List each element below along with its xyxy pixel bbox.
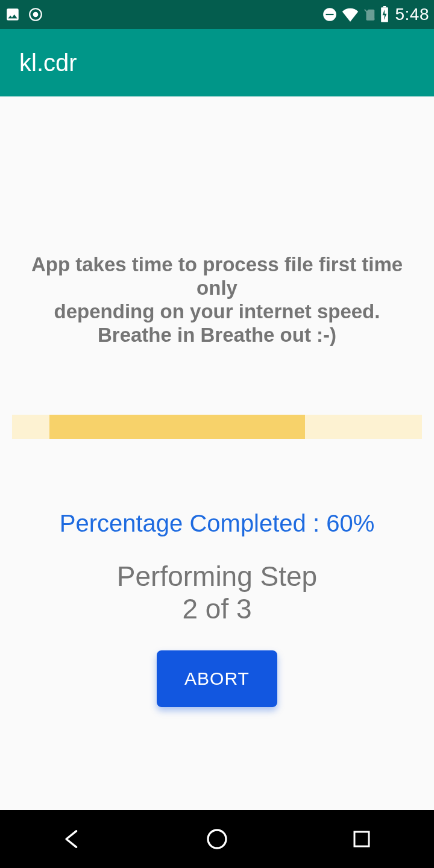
image-icon [5,7,20,22]
progress-bar [12,415,422,439]
wifi-icon [341,7,359,22]
info-line: App takes time to process file first tim… [12,253,422,300]
screen-root: 5:48 kl.cdr App takes time to process fi… [0,0,434,868]
abort-button[interactable]: ABORT [157,650,277,707]
info-line: Breathe in Breathe out :-) [12,324,422,347]
svg-rect-9 [354,832,369,846]
info-line: depending on your internet speed. [12,300,422,324]
svg-rect-6 [383,6,386,7]
svg-rect-3 [326,14,333,15]
battery-charging-icon [380,6,389,23]
target-icon [28,7,43,22]
home-icon[interactable] [201,823,233,855]
info-message: App takes time to process file first tim… [12,253,422,347]
app-bar: kl.cdr [0,29,434,96]
progress-fill [49,415,305,439]
svg-point-1 [34,13,38,17]
status-time: 5:48 [395,5,430,24]
recent-apps-icon[interactable] [346,823,377,855]
step-line: Performing Step [117,560,317,593]
do-not-disturb-icon [322,7,338,22]
status-bar: 5:48 [0,0,434,29]
content-area: App takes time to process file first tim… [0,96,434,810]
app-title: kl.cdr [19,49,77,77]
back-icon[interactable] [57,823,88,855]
status-left-icons [5,7,43,22]
svg-point-8 [208,830,226,848]
step-line: 2 of 3 [117,593,317,625]
step-indicator: Performing Step 2 of 3 [117,560,317,626]
percentage-completed-label: Percentage Completed : 60% [60,510,375,537]
status-right-icons: 5:48 [322,5,430,24]
navigation-bar [0,810,434,868]
no-sim-icon [363,7,376,22]
